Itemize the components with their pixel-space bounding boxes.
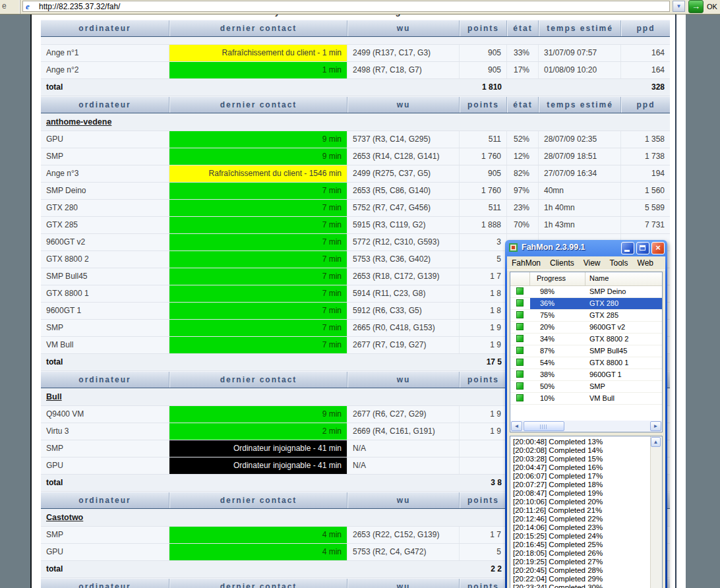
points-cell: 1 888 — [460, 217, 507, 233]
fahmon-app-icon — [509, 243, 518, 252]
table-header-row: ordinateurdernier contactwupointsétattem… — [41, 20, 670, 37]
computer-name-cell: SMP — [41, 527, 169, 543]
log-line: [20:14:06] Completed 23% — [513, 523, 650, 532]
vertical-scrollbar[interactable]: ▲ — [650, 436, 662, 588]
points-cell: 1 9 — [460, 337, 507, 353]
points-cell: 905 — [460, 45, 507, 61]
monitoring-table: ordinateurdernier contactwupointsétattem… — [41, 20, 670, 96]
running-status-icon — [516, 287, 524, 295]
column-header: temps estimé — [539, 97, 621, 113]
name-column-header[interactable]: Name — [585, 272, 662, 285]
column-header: ppd — [621, 20, 670, 36]
points-cell — [460, 440, 507, 457]
minimize-button[interactable] — [621, 242, 634, 254]
total-ppd-cell: 328 — [621, 79, 670, 96]
scroll-left-button[interactable]: ◄ — [511, 421, 522, 431]
scroll-up-button[interactable]: ▲ — [651, 437, 661, 447]
computer-name-cell: GTX 8800 2 — [41, 251, 169, 268]
client-row[interactable]: 98%SMP Deino — [510, 286, 662, 298]
client-row[interactable]: 54%GTX 8800 1 — [510, 357, 662, 369]
menu-item-clients[interactable]: Clients — [545, 257, 579, 268]
etat-cell: 12% — [507, 148, 539, 165]
empty-cell — [507, 79, 539, 96]
running-status-icon — [516, 335, 524, 342]
group-name-link[interactable]: Castotwo — [41, 509, 83, 526]
computer-name-cell: 9600GT v2 — [41, 234, 169, 250]
client-name-cell: 9600GT 1 — [585, 369, 662, 380]
table-row: GTX 2807 min5752 (R7, C47, G456)51123%1h… — [41, 200, 670, 217]
scroll-right-button[interactable]: ► — [650, 421, 661, 431]
go-button[interactable]: → — [688, 0, 704, 13]
client-row[interactable]: 10%VM Bull — [510, 393, 662, 405]
group-name-link[interactable]: anthome-vedene — [41, 113, 111, 131]
menu-item-view[interactable]: View — [579, 257, 605, 268]
progress-column-header[interactable]: Progress — [530, 272, 585, 285]
log-line: [20:18:05] Completed 26% — [513, 549, 650, 558]
menu-item-fahmon[interactable]: FahMon — [507, 257, 545, 268]
client-row[interactable]: 38%9600GT 1 — [510, 369, 662, 381]
log-line: [20:20:45] Completed 28% — [513, 566, 650, 575]
client-name-cell: SMP Bull45 — [585, 345, 662, 357]
last-contact-cell: 7 min — [169, 217, 347, 233]
points-cell: 1 9 — [460, 320, 507, 336]
running-status-icon — [516, 311, 524, 318]
running-status-icon — [516, 323, 524, 330]
clients-list: Progress Name 98%SMP Deino36%GTX 28075%G… — [510, 272, 663, 432]
close-button[interactable]: × — [651, 242, 665, 254]
column-header: ordinateur — [41, 97, 169, 113]
points-cell: 1 7 — [460, 268, 507, 285]
running-status-icon — [516, 370, 524, 378]
client-state-cell — [510, 381, 530, 392]
ppd-cell: 1 358 — [621, 131, 670, 148]
last-contact-cell: Ordinateur injoignable - 41 min — [169, 457, 347, 474]
temps-cell: 28/07/09 02:35 — [539, 131, 621, 148]
total-points-cell: 2 2 — [460, 561, 507, 577]
wu-cell: 2653 (R5, C86, G140) — [347, 183, 460, 199]
go-button-label: OK — [707, 3, 717, 11]
empty-cell — [347, 79, 460, 96]
client-state-cell — [510, 286, 530, 297]
empty-cell — [169, 354, 347, 370]
computer-name-cell: GPU — [41, 131, 169, 148]
table-header-row: ordinateurdernier contactwupointsétattem… — [41, 96, 670, 113]
client-row[interactable]: 36%GTX 280 — [510, 298, 662, 310]
wu-cell: 2498 (R7, C18, G7) — [347, 62, 460, 78]
wu-cell: 2665 (R0, C418, G153) — [347, 320, 460, 336]
horizontal-scrollbar[interactable]: ◄ ► — [510, 421, 662, 432]
menu-item-web[interactable]: Web — [633, 257, 658, 268]
client-row[interactable]: 75%GTX 285 — [510, 310, 662, 322]
column-header: wu — [347, 20, 460, 36]
maximize-button[interactable] — [636, 242, 649, 254]
running-status-icon — [516, 299, 524, 307]
last-contact-cell: 7 min — [169, 303, 347, 319]
client-row[interactable]: 20%9600GT v2 — [510, 322, 662, 334]
column-header: points — [460, 20, 507, 36]
address-dropdown-button[interactable]: ▼ — [673, 1, 685, 12]
minimize-icon — [624, 250, 630, 252]
running-status-icon — [516, 359, 524, 366]
last-contact-cell: 1 min — [169, 62, 347, 78]
client-name-cell: GTX 285 — [585, 310, 662, 321]
monitoring-count-note: il y a actuellement 12 monitorings en co… — [268, 15, 444, 16]
client-row[interactable]: 50%SMP — [510, 381, 662, 393]
client-progress-cell: 10% — [530, 393, 585, 404]
group-name-link[interactable]: Bull — [41, 388, 62, 405]
client-row[interactable]: 87%SMP Bull45 — [510, 345, 662, 357]
wu-cell: 2669 (R4, C161, G191) — [347, 423, 460, 440]
computer-name-cell: Q9400 VM — [41, 406, 169, 423]
log-line: [20:10:06] Completed 20% — [513, 498, 650, 506]
client-row[interactable]: 34%GTX 8800 2 — [510, 334, 662, 345]
log-text: [20:00:48] Completed 13%[20:02:08] Compl… — [513, 438, 650, 588]
temps-cell: 01/08/09 10:20 — [539, 62, 621, 78]
last-contact-cell: 7 min — [169, 200, 347, 216]
state-column-header[interactable] — [510, 272, 530, 285]
log-line: [20:11:26] Completed 21% — [513, 506, 650, 515]
address-input[interactable]: e http://82.235.37.32/fah/ — [22, 1, 670, 12]
scrollbar-thumb[interactable] — [524, 421, 564, 431]
computer-name-cell: Ange n°2 — [41, 62, 169, 78]
menu-item-tools[interactable]: Tools — [605, 257, 633, 268]
points-cell: 5 — [460, 544, 507, 560]
fahmon-window: FahMon 2.3.99.1 × FahMonClientsViewTools… — [505, 240, 667, 588]
fahmon-titlebar[interactable]: FahMon 2.3.99.1 × — [505, 240, 667, 256]
column-header: wu — [347, 372, 460, 388]
